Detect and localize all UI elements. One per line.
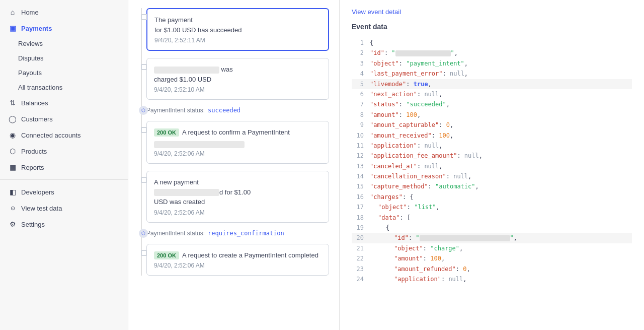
sidebar-item-customers[interactable]: ◯ Customers	[0, 111, 128, 127]
code-line: 4"last_payment_error": null,	[352, 69, 632, 79]
event-card-confirm[interactable]: 200 OKA request to confirm a PaymentInte…	[146, 121, 329, 164]
sidebar-item-label: Balances	[21, 99, 48, 107]
event-card-new-payment[interactable]: A new payment d for $1.00 USD was create…	[146, 171, 329, 223]
home-icon: ⌂	[8, 8, 17, 17]
balances-icon: ⇅	[8, 98, 17, 107]
connected-accounts-icon: ◉	[8, 130, 17, 140]
products-icon: ⬡	[8, 147, 17, 156]
sidebar-item-label: Connected accounts	[21, 131, 81, 139]
code-line: 20"id": "",	[352, 233, 632, 243]
payments-icon: ▣	[8, 24, 17, 33]
code-line: 8"amount": 100,	[352, 110, 632, 120]
redacted-id-value	[395, 50, 451, 56]
redacted-id-2	[154, 189, 219, 196]
code-line: 24"application": null,	[352, 274, 632, 284]
settings-icon: ⚙	[8, 220, 17, 229]
sidebar-item-settings[interactable]: ⚙ Settings	[0, 216, 128, 232]
code-line: 12"application_fee_amount": null,	[352, 151, 632, 161]
code-line: 19{	[352, 223, 632, 233]
redacted-charge-id	[420, 235, 510, 241]
event-card-charged[interactable]: was charged $1.00 USD 9/4/20, 2:52:10 AM	[146, 58, 329, 100]
event-data-title: Event data	[352, 23, 632, 31]
code-line: 7"status": "succeeded",	[352, 99, 632, 109]
sidebar-item-label: Home	[21, 9, 39, 16]
sidebar-item-label: Reviews	[18, 40, 43, 47]
event-card-create[interactable]: 200 OKA request to create a PaymentInten…	[146, 244, 329, 276]
sidebar-item-developers[interactable]: ◧ Developers	[0, 184, 128, 200]
timeline-event-1[interactable]: The paymentfor $1.00 USD has succeeded 9…	[146, 8, 329, 51]
sidebar-item-connected-accounts[interactable]: ◉ Connected accounts	[0, 127, 128, 143]
code-line: 17"object": "list",	[352, 202, 632, 212]
code-line: 5"livemode": true,	[352, 79, 632, 89]
redacted-url	[154, 141, 245, 148]
sidebar-item-label: Customers	[21, 115, 53, 123]
sidebar-item-reports[interactable]: ▦ Reports	[0, 159, 128, 175]
developers-icon: ◧	[8, 187, 17, 196]
sidebar-item-view-test-data[interactable]: ⊙ View test data	[0, 200, 128, 216]
code-viewer: 1{ 2"id": "", 3"object": "payment_intent…	[352, 38, 632, 284]
status-icon: ⬡	[139, 106, 148, 115]
sidebar-item-products[interactable]: ⬡ Products	[0, 143, 128, 159]
event-card-title: was charged $1.00 USD	[154, 64, 321, 84]
code-line: 14"cancellation_reason": null,	[352, 171, 632, 181]
sidebar-item-all-transactions[interactable]: All transactions	[0, 80, 128, 95]
code-line: 13"canceled_at": null,	[352, 161, 632, 171]
timeline-event-2[interactable]: was charged $1.00 USD 9/4/20, 2:52:10 AM	[146, 58, 329, 100]
status-line-succeeded: ⬡ PaymentIntent status: succeeded	[146, 107, 329, 114]
sidebar-item-label: Settings	[21, 221, 45, 228]
customers-icon: ◯	[8, 114, 17, 123]
event-card-title: 200 OKA request to confirm a PaymentInte…	[154, 127, 321, 138]
status-line-requires-confirmation: ⬡ PaymentIntent status: requires_confirm…	[146, 230, 329, 237]
sidebar-item-label: Disputes	[18, 54, 44, 62]
event-card-payment-succeeded[interactable]: The paymentfor $1.00 USD has succeeded 9…	[146, 8, 329, 51]
code-line: 21"object": "charge",	[352, 243, 632, 253]
redacted-id	[154, 67, 219, 74]
event-data-panel: View event detail Event data 1{ 2"id": "…	[340, 0, 644, 330]
code-line: 1{	[352, 38, 632, 48]
sidebar: ⌂ Home ▣ Payments Reviews Disputes Payou…	[0, 0, 128, 330]
toggle-icon: ⊙	[8, 204, 17, 213]
timeline-event-5[interactable]: 200 OKA request to create a PaymentInten…	[146, 244, 329, 276]
badge-200-ok-2: 200 OK	[154, 251, 179, 259]
event-card-title: The paymentfor $1.00 USD has succeeded	[154, 15, 321, 35]
sidebar-item-payouts[interactable]: Payouts	[0, 65, 128, 80]
code-line: 23"amount_refunded": 0,	[352, 264, 632, 274]
sidebar-item-label: All transactions	[18, 84, 62, 91]
status-icon-2: ⬡	[139, 229, 148, 238]
sidebar-item-home[interactable]: ⌂ Home	[0, 4, 128, 20]
code-line: 16"charges": {	[352, 192, 632, 202]
main-content: The paymentfor $1.00 USD has succeeded 9…	[128, 0, 644, 330]
status-value-2: requires_confirmation	[208, 230, 284, 237]
sidebar-item-label: View test data	[21, 205, 62, 212]
sidebar-item-reviews[interactable]: Reviews	[0, 36, 128, 51]
code-line: 22"amount": 100,	[352, 253, 632, 263]
event-card-title: A new payment d for $1.00 USD was create…	[154, 177, 321, 207]
code-line: 6"next_action": null,	[352, 89, 632, 99]
event-card-time: 9/4/20, 2:52:06 AM	[154, 209, 321, 216]
sidebar-item-label: Reports	[21, 164, 44, 171]
sidebar-item-payments[interactable]: ▣ Payments	[0, 20, 128, 36]
status-label: PaymentIntent status:	[146, 107, 205, 114]
code-line: 15"capture_method": "automatic",	[352, 181, 632, 191]
event-card-time: 9/4/20, 2:52:11 AM	[154, 37, 321, 44]
view-event-detail-link[interactable]: View event detail	[352, 8, 632, 16]
event-card-time: 9/4/20, 2:52:10 AM	[154, 86, 321, 93]
badge-200-ok: 200 OK	[154, 128, 179, 137]
code-line: 11"application": null,	[352, 141, 632, 151]
timeline-panel: The paymentfor $1.00 USD has succeeded 9…	[128, 0, 340, 330]
sidebar-item-label: Developers	[21, 188, 54, 196]
event-card-time: 9/4/20, 2:52:06 AM	[154, 150, 321, 157]
code-line: 3"object": "payment_intent",	[352, 58, 632, 69]
event-card-title: 200 OKA request to create a PaymentInten…	[154, 250, 321, 260]
sidebar-item-balances[interactable]: ⇅ Balances	[0, 95, 128, 111]
timeline-event-4[interactable]: A new payment d for $1.00 USD was create…	[146, 171, 329, 223]
status-value: succeeded	[208, 107, 240, 114]
sidebar-item-disputes[interactable]: Disputes	[0, 51, 128, 65]
sidebar-item-label: Products	[21, 148, 47, 155]
code-line: 9"amount_capturable": 0,	[352, 120, 632, 130]
sidebar-item-label: Payments	[21, 25, 52, 32]
timeline-event-3[interactable]: 200 OKA request to confirm a PaymentInte…	[146, 121, 329, 164]
sidebar-item-label: Payouts	[18, 69, 42, 77]
code-line: 2"id": "",	[352, 48, 632, 58]
code-line: 18"data": [	[352, 213, 632, 223]
